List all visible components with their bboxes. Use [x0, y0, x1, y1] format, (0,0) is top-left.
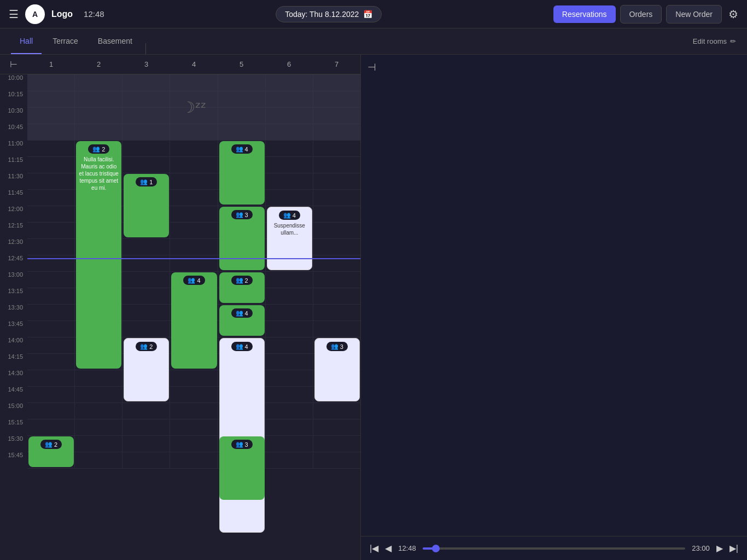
tab-basement[interactable]: Basement: [89, 28, 141, 54]
time-label-15-15: 15:15: [0, 419, 27, 435]
res-badge-r10: 👥2: [136, 342, 157, 351]
scrubber-current-time: 12:48: [398, 544, 416, 552]
reservation-block-r3[interactable]: 👥4: [219, 141, 265, 205]
time-label-11-00: 11:00: [0, 140, 27, 156]
reservations-button[interactable]: Reservations: [553, 5, 616, 23]
collapse-timeline-button[interactable]: ⊢: [0, 59, 27, 69]
h-line-4: [27, 140, 360, 141]
time-label-11-15: 11:15: [0, 156, 27, 173]
time-label-12-45: 12:45: [0, 255, 27, 271]
grid-area: ☽ᶻᶻ👥2Nulla facilisi. Mauris ac odio et l…: [27, 74, 360, 468]
res-badge-r4: 👥3: [231, 210, 253, 219]
reservation-block-r12[interactable]: 👥2: [28, 436, 74, 467]
time-label-11-30: 11:30: [0, 173, 27, 189]
time-label-10-15: 10:15: [0, 91, 27, 107]
new-order-button[interactable]: New Order: [666, 5, 722, 24]
reservation-block-r8[interactable]: 👥4: [219, 305, 265, 336]
time-label-13-00: 13:00: [0, 271, 27, 288]
reservation-block-r5[interactable]: 👥2: [219, 272, 265, 303]
reservation-block-r4[interactable]: 👥3: [219, 207, 265, 270]
time-column: 10:0010:1510:3010:4511:0011:1511:3011:45…: [0, 74, 27, 560]
res-badge-r7: 👥4: [183, 276, 205, 285]
sleep-overlay: ☽ᶻᶻ: [27, 74, 360, 140]
timeline-header: ⊢ 1 2 3 4 5 6 7: [0, 55, 360, 74]
main: ⊢ 1 2 3 4 5 6 7 10:0010:1510:3010:4511:0…: [0, 55, 747, 560]
current-time-line: [27, 258, 360, 259]
reservation-block-r10[interactable]: 👥2: [124, 338, 169, 401]
edit-icon: ✏: [730, 37, 736, 45]
res-badge-r9: 👥4: [231, 342, 253, 351]
h-line-18: [27, 370, 360, 370]
edit-rooms-label: Edit rooms: [693, 37, 727, 45]
timeline-columns: 1 2 3 4 5 6 7: [27, 60, 360, 68]
time-label-10-00: 10:00: [0, 74, 27, 91]
h-line-20: [27, 402, 360, 403]
res-text-r6: Suspendisse ullam...: [270, 222, 310, 236]
col-header-7: 7: [313, 60, 360, 68]
res-badge-r11: 👥3: [326, 342, 348, 351]
expand-floor-icon[interactable]: ⊣: [367, 61, 376, 73]
settings-icon[interactable]: ⚙: [728, 8, 738, 21]
tab-hall[interactable]: Hall: [11, 28, 42, 54]
h-line-23: [27, 452, 360, 452]
time-label-15-45: 15:45: [0, 452, 27, 468]
tabsbar: Hall Terrace Basement Edit rooms ✏: [0, 28, 747, 55]
h-line-24: [27, 468, 360, 469]
time-label-14-00: 14:00: [0, 337, 27, 353]
scrubber-next-button[interactable]: ▶: [716, 543, 723, 553]
scrubber-start-button[interactable]: |◀: [370, 543, 378, 553]
scrubber-end-button[interactable]: ▶|: [730, 543, 738, 553]
time-label-12-30: 12:30: [0, 238, 27, 255]
edit-rooms-button[interactable]: Edit rooms ✏: [693, 37, 736, 45]
timeline-panel: ⊢ 1 2 3 4 5 6 7 10:0010:1510:3010:4511:0…: [0, 55, 361, 560]
time-label-14-15: 14:15: [0, 353, 27, 370]
col-header-4: 4: [170, 60, 218, 68]
scrubber-bar: |◀ ◀ 12:48 23:00 ▶ ▶|: [361, 536, 747, 560]
res-badge-r6: 👥4: [279, 211, 300, 220]
reservation-block-r7[interactable]: 👥4: [171, 272, 217, 369]
reservation-block-r11[interactable]: 👥3: [314, 338, 360, 401]
res-badge-r13: 👥3: [231, 440, 253, 449]
time-label-14-45: 14:45: [0, 386, 27, 402]
time-label-15-00: 15:00: [0, 402, 27, 419]
col-header-1: 1: [27, 60, 75, 68]
reservation-block-r9[interactable]: 👥4: [219, 338, 265, 533]
time-label-13-30: 13:30: [0, 304, 27, 320]
scrubber-end-time: 23:00: [692, 544, 710, 552]
orders-button[interactable]: Orders: [620, 5, 662, 24]
col-header-2: 2: [75, 60, 122, 68]
topnav-left: ☰ A Logo 12:48: [9, 4, 104, 24]
tab-terrace[interactable]: Terrace: [44, 28, 87, 54]
topnav-center: Today: Thu 8.12.2022 📅: [113, 6, 545, 22]
reservation-block-r2[interactable]: 👥1: [124, 174, 169, 237]
h-line-21: [27, 419, 360, 419]
scrubber-track[interactable]: [423, 547, 686, 550]
col-header-3: 3: [122, 60, 170, 68]
h-line-19: [27, 386, 360, 387]
reservation-block-r13[interactable]: 👥3: [219, 436, 265, 500]
time-label-14-30: 14:30: [0, 370, 27, 386]
topnav-right: Reservations Orders New Order ⚙: [553, 5, 738, 24]
res-badge-r12: 👥2: [40, 440, 62, 449]
date-label: Today: Thu 8.12.2022: [285, 10, 359, 19]
tab-divider: [145, 43, 146, 54]
tabs: Hall Terrace Basement: [11, 28, 148, 54]
res-badge-r8: 👥4: [231, 308, 253, 318]
time-label-10-45: 10:45: [0, 124, 27, 140]
scrubber-prev-button[interactable]: ◀: [385, 543, 392, 553]
time-label-10-30: 10:30: [0, 107, 27, 124]
timeline-body: 10:0010:1510:3010:4511:0011:1511:3011:45…: [0, 74, 360, 560]
scrubber-thumb[interactable]: [432, 545, 440, 552]
current-time-display: 12:48: [84, 9, 104, 19]
time-label-13-45: 13:45: [0, 320, 27, 337]
menu-icon[interactable]: ☰: [9, 8, 19, 21]
col-header-6: 6: [265, 60, 313, 68]
reservation-block-r6[interactable]: 👥4Suspendisse ullam...: [267, 207, 312, 270]
date-badge[interactable]: Today: Thu 8.12.2022 📅: [276, 6, 382, 22]
time-label-13-15: 13:15: [0, 288, 27, 304]
reservation-block-r1[interactable]: 👥2Nulla facilisi. Mauris ac odio et lacu…: [76, 141, 121, 369]
col-header-5: 5: [218, 60, 265, 68]
time-label-15-30: 15:30: [0, 435, 27, 452]
res-badge-r5: 👥2: [231, 276, 253, 285]
res-text-r1: Nulla facilisi. Mauris ac odio et lacus …: [78, 156, 119, 191]
